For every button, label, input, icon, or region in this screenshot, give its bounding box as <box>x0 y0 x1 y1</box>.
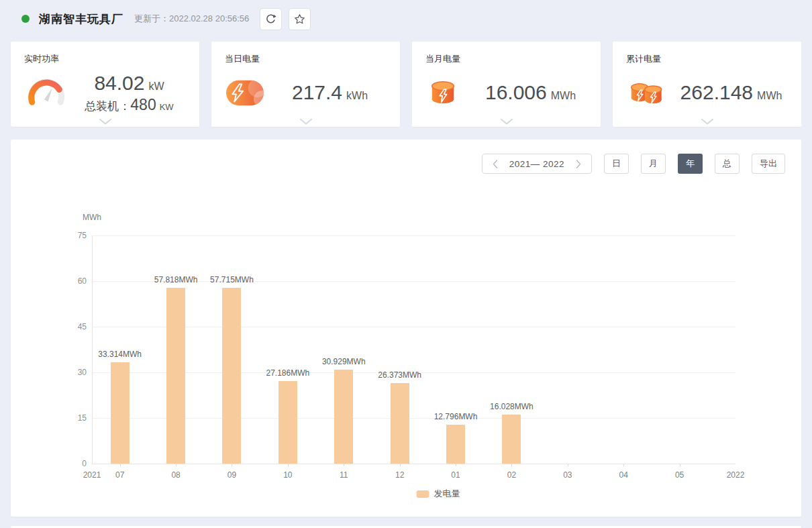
bar-value-label: 33.314MWh <box>80 349 160 360</box>
bar-07[interactable] <box>111 362 130 464</box>
legend-swatch <box>417 490 429 498</box>
bar-01[interactable] <box>446 425 465 464</box>
card-value: 217.4 <box>292 81 342 103</box>
favorite-button[interactable] <box>289 8 311 30</box>
card-unit: MWh <box>551 90 576 101</box>
y-tick-label: 45 <box>58 322 87 331</box>
installed-capacity-unit: KW <box>160 102 174 112</box>
bar-value-label: 26.373MWh <box>360 370 440 380</box>
y-tick-label: 15 <box>58 413 87 423</box>
generation-chart-panel: 2021— 2022 日 月 年 总 导出 MWh 01530456075073… <box>11 140 801 517</box>
x-tick-mark <box>120 464 121 466</box>
bolt-pill-icon <box>225 79 265 107</box>
x-tick-mark <box>680 464 680 466</box>
x-tick-label: 10 <box>268 470 308 480</box>
card-title: 当日电量 <box>225 53 387 65</box>
x-tick-label: 08 <box>156 470 196 480</box>
x-tick-mark <box>176 464 176 466</box>
installed-capacity-label: 总装机： <box>85 100 130 113</box>
stat-card-monthly-energy: 当月电量 <box>412 42 601 127</box>
x-tick-mark <box>568 464 568 466</box>
chart-legend[interactable]: 发电量 <box>417 488 460 500</box>
card-value: 262.148 <box>680 81 753 103</box>
y-tick-label: 75 <box>58 231 87 240</box>
bar-value-label: 16.028MWh <box>471 401 552 412</box>
x-tick-label: 05 <box>660 470 700 480</box>
refresh-button[interactable] <box>260 8 282 30</box>
plant-title: 湖南智丰玩具厂 <box>39 11 123 27</box>
stat-card-cumulative-energy: 累计电量 <box>613 42 801 127</box>
gauge-icon <box>24 73 68 112</box>
date-range-label: 2021— 2022 <box>509 159 564 169</box>
y-tick-label: 0 <box>58 459 87 468</box>
gridline <box>92 418 735 419</box>
period-button-year[interactable]: 年 <box>678 154 703 174</box>
card-unit: kW <box>148 81 164 92</box>
x-tick-mark <box>623 464 624 466</box>
x-edge-label-start: 2021 <box>72 470 112 480</box>
x-tick-label: 12 <box>380 470 420 480</box>
topbar: 湖南智丰玩具厂 更新于：2022.02.28 20:56:56 <box>0 0 812 38</box>
bar-value-label: 57.715MWh <box>191 274 272 285</box>
x-tick-label: 09 <box>211 470 252 480</box>
bar-value-label: 12.796MWh <box>415 411 496 422</box>
y-tick-label: 60 <box>58 276 87 286</box>
period-button-total[interactable]: 总 <box>715 154 740 174</box>
legend-label: 发电量 <box>434 488 460 500</box>
x-tick-label: 01 <box>436 470 476 480</box>
x-tick-mark <box>344 464 344 466</box>
x-tick-label: 02 <box>491 470 531 480</box>
chevron-down-icon <box>701 119 713 125</box>
bar-chart-plot: 015304560750733.314MWh0857.818MWh0957.71… <box>92 235 735 464</box>
star-icon <box>293 13 306 25</box>
export-button[interactable]: 导出 <box>752 154 785 174</box>
period-button-month[interactable]: 月 <box>641 154 666 174</box>
bar-09[interactable] <box>222 288 241 464</box>
bar-11[interactable] <box>334 370 353 464</box>
chevron-down-icon <box>300 119 312 125</box>
bar-08[interactable] <box>166 288 185 464</box>
card-value: 16.006 <box>485 81 547 103</box>
bar-02[interactable] <box>502 415 521 464</box>
chevron-left-icon <box>493 160 498 168</box>
stat-card-realtime-power: 实时功率 84.0 <box>11 42 199 127</box>
card-title: 当月电量 <box>425 53 587 65</box>
x-tick-mark <box>400 464 401 466</box>
energy-cylinder-icon <box>425 75 460 110</box>
card-title: 累计电量 <box>626 53 788 65</box>
chevron-down-icon <box>501 119 513 125</box>
card-expand-chevron[interactable] <box>501 119 513 125</box>
range-prev-button[interactable] <box>491 158 499 170</box>
x-tick-label: 04 <box>603 470 644 480</box>
installed-capacity-value: 480 <box>130 96 156 113</box>
x-tick-mark <box>456 464 456 466</box>
card-expand-chevron[interactable] <box>701 119 713 125</box>
x-axis-line <box>92 464 735 464</box>
gridline <box>92 327 735 327</box>
x-tick-mark <box>288 464 289 466</box>
x-tick-mark <box>232 464 232 466</box>
range-next-button[interactable] <box>574 158 582 170</box>
status-dot <box>21 15 30 23</box>
gridline <box>92 235 735 236</box>
bar-10[interactable] <box>278 381 297 464</box>
card-unit: MWh <box>757 90 782 101</box>
updated-at-label: 更新于：2022.02.28 20:56:56 <box>134 13 249 25</box>
stat-cards-row: 实时功率 84.0 <box>11 42 801 127</box>
card-value: 84.02 <box>94 72 144 94</box>
card-expand-chevron[interactable] <box>300 119 312 125</box>
refresh-icon <box>265 13 276 25</box>
y-tick-label: 30 <box>58 368 87 377</box>
x-tick-mark <box>511 464 512 466</box>
bar-value-label: 30.929MWh <box>303 356 384 367</box>
y-axis-title: MWh <box>83 213 101 222</box>
stat-card-daily-energy: 当日电量 <box>211 42 400 127</box>
bar-value-label: 27.186MWh <box>248 368 328 378</box>
card-expand-chevron[interactable] <box>99 119 111 125</box>
date-range-selector: 2021— 2022 <box>482 154 592 174</box>
chevron-down-icon <box>99 119 111 125</box>
chevron-right-icon <box>576 160 581 168</box>
period-button-day[interactable]: 日 <box>604 154 629 174</box>
energy-double-cylinder-icon <box>626 75 668 110</box>
bar-12[interactable] <box>391 383 409 464</box>
